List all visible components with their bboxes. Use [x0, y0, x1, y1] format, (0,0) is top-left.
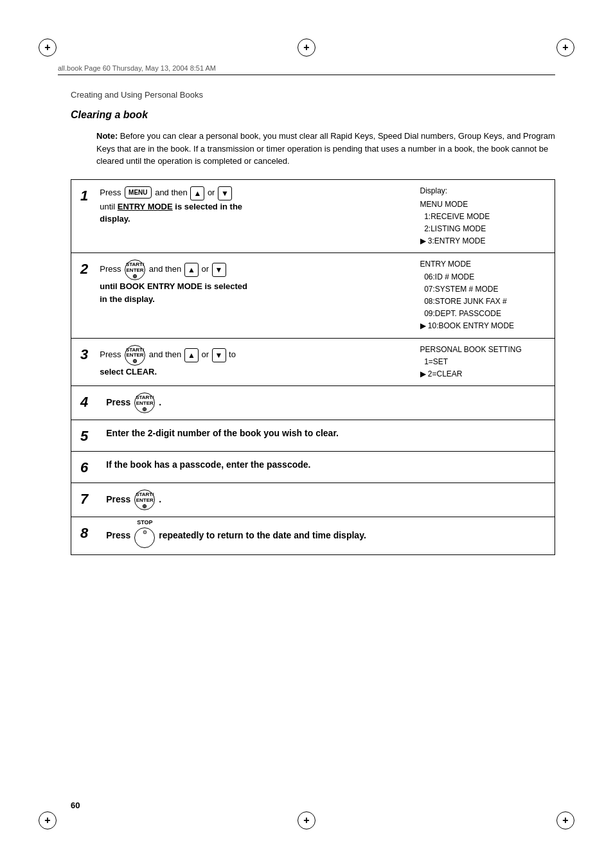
display-line: ▶ 2=CLEAR: [420, 368, 549, 380]
start-enter-button-icon: START/ENTER⊕: [125, 345, 145, 366]
step-number-2: 2: [71, 253, 98, 338]
reg-mark-bottom-left: [39, 811, 57, 829]
header-bar: all.book Page 60 Thursday, May 13, 2004 …: [58, 64, 555, 75]
reg-mark-top-right: [556, 39, 574, 57]
step-number-3: 3: [71, 338, 98, 386]
table-row: 4 Press START/ENTER⊕ .: [71, 386, 555, 420]
display-line: 06:ID # MODE: [420, 271, 549, 283]
start-enter-button-icon: START/ENTER⊕: [125, 260, 145, 280]
arrow-up-icon: ▲: [190, 186, 204, 200]
stop-button-container: STOP ⊙: [133, 524, 156, 548]
step8-bold-text: repeatedly to return to the date and tim…: [159, 530, 366, 540]
step-display-3: PERSONAL BOOK SETTING 1=SET ▶ 2=CLEAR: [414, 338, 555, 386]
display-line: 1:RECEIVE MODE: [420, 211, 549, 223]
arrow-down-icon: ▼: [212, 348, 226, 362]
step2-bold-text: until BOOK ENTRY MODE is selectedin the …: [100, 281, 247, 304]
entry-mode-text: ENTRY MODE: [118, 202, 173, 211]
step-number-8: 8: [71, 517, 98, 555]
start-enter-button-icon: START/ENTER⊕: [134, 490, 155, 510]
display-line: 2:LISTING MODE: [420, 223, 549, 235]
page-number: 60: [71, 801, 80, 810]
table-row: 1 Press MENU and then ▲ or ▼ until ENTRY…: [71, 179, 555, 253]
display-line: ▶ 3:ENTRY MODE: [420, 235, 549, 247]
step3-bold-text: select CLEAR.: [100, 367, 157, 376]
step-content-1: Press MENU and then ▲ or ▼ until ENTRY M…: [97, 179, 413, 253]
note-box: Note: Before you can clear a personal bo…: [96, 130, 555, 168]
arrow-down-icon: ▼: [212, 263, 226, 277]
breadcrumb: Creating and Using Personal Books: [71, 90, 203, 100]
arrow-down-icon: ▼: [218, 186, 232, 200]
display-line: 1=SET: [420, 356, 549, 368]
step-content-5: Enter the 2-digit number of the book you…: [97, 420, 555, 452]
display-line: 08:STORE JUNK FAX #: [420, 296, 549, 308]
arrow-up-icon: ▲: [184, 348, 199, 362]
table-row: 8 Press STOP ⊙ repeatedly to return to t…: [71, 517, 555, 555]
file-info: all.book Page 60 Thursday, May 13, 2004 …: [58, 64, 216, 72]
step5-text: Enter the 2-digit number of the book you…: [106, 428, 339, 438]
table-row: 6 If the book has a passcode, enter the …: [71, 452, 555, 483]
table-row: 5 Enter the 2-digit number of the book y…: [71, 420, 555, 452]
main-content: Clearing a book Note: Before you can cle…: [71, 109, 555, 555]
table-row: 3 Press START/ENTER⊕ and then ▲ or ▼ to …: [71, 338, 555, 386]
section-title: Clearing a book: [71, 109, 555, 121]
reg-mark-top-left: [39, 39, 57, 57]
steps-table: 1 Press MENU and then ▲ or ▼ until ENTRY…: [71, 179, 555, 556]
note-label: Note:: [96, 131, 118, 141]
display-line: 09:DEPT. PASSCODE: [420, 308, 549, 320]
step-number-5: 5: [71, 420, 98, 452]
arrow-up-icon: ▲: [184, 263, 199, 277]
step-display-2: ENTRY MODE 06:ID # MODE 07:SYSTEM # MODE…: [414, 253, 555, 338]
display-line: PERSONAL BOOK SETTING: [420, 344, 549, 356]
step6-text: If the book has a passcode, enter the pa…: [106, 459, 310, 470]
stop-button-icon: ⊙: [134, 527, 155, 548]
table-row: 2 Press START/ENTER⊕ and then ▲ or ▼ unt…: [71, 253, 555, 338]
display-line: ▶ 10:BOOK ENTRY MODE: [420, 320, 549, 332]
stop-label-top: STOP: [137, 518, 152, 527]
step-number-6: 6: [71, 452, 98, 483]
step-content-6: If the book has a passcode, enter the pa…: [97, 452, 555, 483]
menu-button-icon: MENU: [125, 186, 151, 199]
reg-mark-top-center: [298, 39, 315, 57]
display-line: MENU MODE: [420, 199, 549, 211]
step-number-1: 1: [71, 179, 98, 253]
start-enter-button-icon: START/ENTER⊕: [134, 393, 155, 413]
step-number-4: 4: [71, 386, 98, 420]
step-display-1: Display: MENU MODE 1:RECEIVE MODE 2:LIST…: [414, 179, 555, 253]
table-row: 7 Press START/ENTER⊕ .: [71, 483, 555, 517]
step-content-3: Press START/ENTER⊕ and then ▲ or ▼ to se…: [97, 338, 413, 386]
note-text: Before you can clear a personal book, yo…: [96, 131, 555, 166]
display-label: Display:: [420, 185, 549, 197]
reg-mark-bottom-center: [298, 811, 315, 829]
step-content-8: Press STOP ⊙ repeatedly to return to the…: [97, 517, 555, 555]
step-content-4: Press START/ENTER⊕ .: [97, 386, 555, 420]
reg-mark-bottom-right: [556, 811, 574, 829]
step-number-7: 7: [71, 483, 98, 517]
display-line: 07:SYSTEM # MODE: [420, 283, 549, 296]
display-line: ENTRY MODE: [420, 258, 549, 270]
step-content-2: Press START/ENTER⊕ and then ▲ or ▼ until…: [97, 253, 413, 338]
step-content-7: Press START/ENTER⊕ .: [97, 483, 555, 517]
